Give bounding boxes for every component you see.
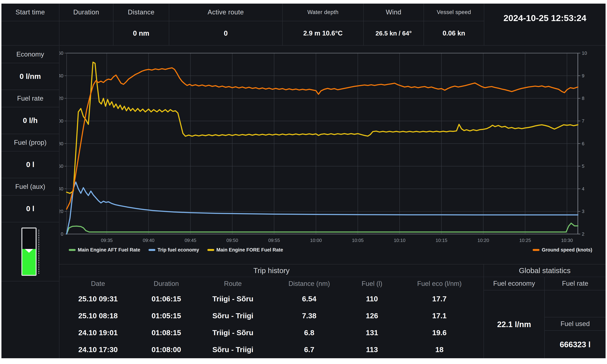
trip-history-row: 24.10 17:3001:08:00Sõru - Triigi6.711318	[59, 341, 483, 358]
fuel-used-value: 666323 l	[545, 331, 606, 358]
sidebar-label-fuel-rate: Fuel rate	[1, 90, 59, 107]
legend-swatch-icon	[533, 249, 540, 251]
x-axis-tick-label: 09:55	[268, 238, 280, 243]
y-axis-left-tick-label: 0	[61, 231, 63, 237]
x-axis-tick-label: 10:05	[352, 238, 364, 243]
trip-cell: 6.8	[270, 328, 349, 337]
top-stat-value: 0 nm	[113, 21, 169, 45]
legend-item-main-engine-aft-fuel-rate[interactable]: Main Engine AFT Fuel Rate	[69, 247, 140, 253]
legend-label: Trip fuel economy	[157, 247, 199, 253]
legend-item-main-engine-fore-fuel-rate[interactable]: Main Engine FORE Fuel Rate	[207, 247, 283, 253]
top-stat-value: 2.9 m 10.6°C	[283, 21, 363, 45]
y-axis-right-tick-label: 8	[582, 96, 584, 101]
trip-col-header-distance-nm-: Distance (nm)	[270, 280, 349, 287]
trip-col-header-date: Date	[59, 280, 137, 287]
top-stat-active-route: Active route0	[169, 4, 283, 45]
trip-cell: 01:08:15	[137, 328, 196, 337]
x-axis-tick-label: 10:20	[478, 238, 489, 243]
y-axis-right-tick-label: 6	[582, 141, 584, 146]
y-axis-right-tick-label: 2	[582, 231, 584, 237]
y-axis-left-tick-label: 160	[59, 50, 63, 56]
fuel-stats-sidebar: Economy0 l/nmFuel rate0 l/hFuel (prop)0 …	[1, 46, 59, 358]
trip-col-header-duration: Duration	[137, 280, 196, 287]
trip-col-header-fuel-eco-l-nm-: Fuel eco (l/nm)	[395, 280, 483, 287]
sidebar-value: 0 l/nm	[1, 63, 59, 90]
trip-cell: Triigi - Sõru	[196, 295, 270, 303]
trip-chart-panel: 020406080100120140160234567891009:3509:4…	[59, 46, 606, 264]
x-axis-tick-label: 10:00	[310, 238, 322, 243]
top-stat-water-depth: Water depth2.9 m 10.6°C	[283, 4, 364, 45]
top-stat-value	[59, 21, 113, 45]
legend-item-trip-fuel-economy[interactable]: Trip fuel economy	[149, 247, 199, 253]
fuel-rate-empty-value	[545, 290, 606, 317]
trip-history-header-row: DateDurationRouteDistance (nm)Fuel (l)Fu…	[59, 277, 483, 290]
top-stat-vessel-speed: Vessel speed0.06 kn	[424, 4, 484, 45]
sidebar-value: 0 l	[1, 151, 59, 178]
legend-swatch-icon	[69, 249, 76, 251]
trip-cell: Triigi - Sõru	[196, 328, 270, 337]
fuel-used-label: Fuel used	[545, 317, 606, 331]
bottom-section: Trip history DateDurationRouteDistance (…	[59, 264, 606, 358]
sidebar-value: 0 l	[1, 195, 59, 222]
trip-cell: 25.10 09:31	[59, 295, 137, 303]
top-stat-label: Water depth	[283, 4, 363, 21]
clock-cell: 2024-10-25 12:53:24	[484, 4, 606, 45]
y-axis-right-tick-label: 10	[582, 50, 587, 56]
y-axis-left-tick-label: 140	[59, 73, 63, 78]
trip-history-row: 25.10 08:1801:05:15Sõru - Triigi7.381261…	[59, 307, 483, 324]
x-axis-tick-label: 10:10	[394, 238, 405, 243]
legend-swatch-icon	[207, 249, 214, 251]
legend-label: Main Engine AFT Fuel Rate	[78, 247, 140, 253]
top-stat-value: 0.06 kn	[424, 21, 484, 45]
trip-history-table: 25.10 09:3101:06:15Triigi - Sõru6.541101…	[59, 290, 483, 358]
top-stat-start-time: Start time	[1, 4, 59, 45]
chart-legend-right: Ground speed (knots)	[533, 247, 592, 253]
trip-cell: 126	[349, 312, 395, 320]
trip-cell: 110	[349, 295, 395, 303]
series-line-ground-speed-knots-	[67, 68, 578, 209]
trip-cell: 7.38	[270, 312, 349, 320]
trip-cell: 17.7	[395, 295, 483, 303]
fuel-tank-gauge	[21, 228, 37, 276]
top-stat-value: 26.5 kn / 64°	[364, 21, 424, 45]
fuel-rate-label: Fuel rate	[545, 277, 606, 290]
trip-cell: 6.54	[270, 295, 349, 303]
trip-cell: 18	[395, 345, 483, 354]
y-axis-right-tick-label: 3	[582, 209, 584, 214]
x-axis-tick-label: 10:25	[519, 238, 531, 243]
trip-col-header-route: Route	[196, 280, 270, 287]
clock: 2024-10-25 12:53:24	[484, 4, 606, 45]
x-axis-tick-label: 10:15	[436, 238, 447, 243]
y-axis-right-tick-label: 9	[582, 73, 584, 78]
trip-cell: 01:06:15	[137, 295, 196, 303]
top-stat-distance: Distance0 nm	[113, 4, 169, 45]
trip-cell: 131	[349, 328, 395, 337]
fuel-tank-tick-scale	[38, 230, 39, 274]
trip-cell: 24.10 19:01	[59, 328, 137, 337]
fuel-economy-label: Fuel economy	[484, 277, 544, 290]
legend-item-ground-speed-knots-[interactable]: Ground speed (knots)	[533, 247, 592, 253]
top-stat-value: 0	[169, 21, 282, 45]
top-status-bar: Start timeDurationDistance0 nmActive rou…	[1, 4, 606, 46]
top-stat-label: Vessel speed	[424, 4, 484, 21]
trip-cell: 6.7	[270, 345, 349, 354]
trip-history-row: 24.10 19:0101:08:15Triigi - Sõru6.813119…	[59, 325, 483, 341]
trip-cell: Sõru - Triigi	[196, 345, 270, 354]
top-stat-label: Duration	[59, 4, 113, 21]
top-stat-value	[1, 21, 59, 45]
fuel-level-pointer-icon	[25, 249, 33, 253]
y-axis-left-tick-label: 100	[59, 118, 63, 124]
trip-chart: 020406080100120140160234567891009:3509:4…	[59, 46, 606, 264]
x-axis-tick-label: 09:50	[226, 238, 238, 243]
trip-cell: 25.10 08:18	[59, 312, 137, 320]
trip-cell: 01:08:00	[137, 345, 196, 354]
y-axis-right-tick-label: 4	[582, 186, 584, 192]
trip-col-header-fuel-l-: Fuel (l)	[349, 280, 395, 287]
sidebar-label-economy: Economy	[1, 46, 59, 63]
sidebar-label-fuel-aux-: Fuel (aux)	[1, 178, 59, 195]
trip-history-panel: Trip history DateDurationRouteDistance (…	[59, 264, 484, 358]
fuel-stats: Economy0 l/nmFuel rate0 l/hFuel (prop)0 …	[1, 46, 59, 222]
chart-legend-left: Main Engine AFT Fuel RateTrip fuel econo…	[69, 247, 283, 253]
legend-label: Ground speed (knots)	[542, 247, 592, 253]
y-axis-right-tick-label: 5	[582, 163, 584, 169]
